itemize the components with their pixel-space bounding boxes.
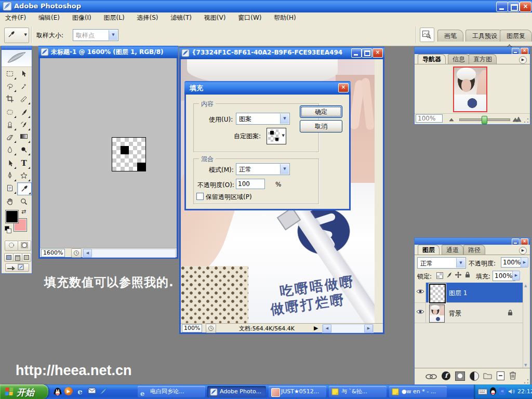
new-group-button[interactable] [483, 372, 492, 379]
edit-in-imageready-button[interactable] [5, 263, 29, 272]
opacity-input[interactable] [236, 179, 265, 189]
scroll-down-icon[interactable]: ▼ [524, 363, 527, 367]
layer-list-scrollbar[interactable]: ▲ ▼ [523, 283, 530, 368]
brush-tool[interactable] [17, 107, 31, 118]
menu-select[interactable]: 选择(S) [132, 12, 164, 23]
doc2-status-menu-button[interactable] [206, 324, 216, 333]
tab-channels[interactable]: 通道 [442, 245, 463, 255]
palette-well-tab-tool-presets[interactable]: 工具预设 [466, 30, 504, 42]
tray-keyboard-icon[interactable] [478, 389, 487, 395]
status-popup-arrow-icon[interactable]: ▶ [314, 325, 318, 331]
swap-colors-icon[interactable]: ⇄ [21, 208, 26, 215]
layer1-name[interactable]: 图层 1 [449, 289, 467, 298]
tab-info[interactable]: 信息 [448, 54, 470, 64]
opacity-spinner-button[interactable]: ▶ [521, 257, 528, 268]
pattern-dropdown-arrow-icon[interactable]: ▼ [282, 134, 285, 138]
healing-brush-tool[interactable] [3, 107, 17, 118]
layers-grip[interactable]: × [415, 238, 530, 245]
menu-file[interactable]: 文件(F) [0, 12, 31, 23]
lasso-tool[interactable] [3, 81, 17, 92]
doc1-zoom-box[interactable]: 1600% [41, 249, 65, 257]
file-browser-button[interactable] [420, 28, 434, 42]
doc2-maximize-button[interactable] [362, 48, 372, 58]
tab-layers[interactable]: 图层 [418, 245, 440, 255]
minimize-button[interactable] [496, 2, 508, 12]
custom-shape-tool[interactable] [17, 170, 31, 182]
layers-menu-button[interactable]: ▶ [519, 247, 527, 255]
quicklaunch-qq-icon[interactable] [53, 387, 62, 396]
zoom-tool[interactable] [17, 196, 31, 208]
tray-clock[interactable]: 22:12 [517, 388, 532, 395]
background-thumbnail[interactable] [429, 304, 445, 323]
taskbar-item-ie-forum[interactable]: e 电白同乡论... [138, 386, 205, 397]
navigator-grip[interactable]: × [415, 47, 530, 54]
link-layers-button[interactable] [425, 374, 437, 380]
quicklaunch-ie-icon[interactable]: e [76, 387, 85, 396]
layer-row-background[interactable]: 背景 [415, 303, 523, 323]
move-tool[interactable] [17, 68, 31, 80]
palette-well-tab-brushes[interactable]: 画笔 [437, 30, 463, 42]
hand-tool[interactable] [3, 196, 17, 208]
app-titlebar[interactable]: Adobe Photoshop × [0, 0, 532, 12]
quicklaunch-mediaplayer-icon[interactable]: ▶ [64, 387, 74, 396]
zoom-in-icon[interactable] [512, 116, 522, 122]
scroll-up-icon[interactable]: ▲ [524, 284, 527, 288]
doc2-hscrollbar[interactable]: ◀ ▶ [322, 324, 374, 333]
taskbar-item-qq-chat1[interactable]: JUST★0512... [269, 386, 326, 397]
combo-arrow-icon[interactable]: ▼ [109, 30, 117, 40]
preserve-transparency-checkbox[interactable] [196, 193, 204, 200]
standard-screen-mode-button[interactable] [4, 253, 14, 262]
doc1-image-canvas[interactable] [112, 137, 146, 171]
quick-mask-mode-button[interactable] [18, 241, 31, 251]
gradient-tool[interactable] [17, 131, 31, 143]
navigator-zoom-box[interactable]: 100% [416, 114, 443, 123]
taskbar-item-qq-chat2[interactable]: 与 ˋ&彸... [329, 386, 387, 397]
navigator-menu-button[interactable]: ▶ [519, 56, 527, 64]
tray-volume-icon[interactable] [508, 388, 515, 395]
combo-arrow-icon[interactable]: ▼ [280, 164, 289, 174]
doc2-minimize-button[interactable] [351, 48, 362, 58]
navigator-zoom-slider[interactable] [459, 118, 510, 121]
navigator-minimize-button[interactable] [512, 48, 520, 55]
palette-well-tab-layer-comps[interactable]: 图层复合 [500, 30, 532, 42]
delete-layer-button[interactable] [509, 371, 516, 380]
start-button[interactable]: 开始 [0, 384, 48, 399]
scroll-left-button[interactable]: ◀ [83, 249, 92, 258]
menu-filter[interactable]: 滤镜(T) [165, 12, 197, 23]
sample-size-select[interactable]: 取样点 ▼ [73, 29, 118, 41]
layer-row-layer1[interactable]: 图层 1 [415, 283, 523, 303]
taskbar-item-photoshop[interactable]: Adobe Photo... [207, 386, 266, 397]
pen-tool[interactable] [3, 170, 17, 182]
lock-transparency-button[interactable] [435, 271, 444, 280]
doc2-titlebar[interactable]: {73324F1C-8F61-40A2-B9F6-FCE93EEA4944}..… [179, 47, 384, 59]
navigator-proxy-view[interactable] [453, 66, 487, 112]
layer1-thumbnail[interactable] [429, 284, 446, 303]
magic-wand-tool[interactable] [17, 81, 31, 92]
eyedropper-tool[interactable] [17, 182, 32, 195]
visibility-cell[interactable] [415, 303, 426, 323]
doc1-titlebar[interactable]: 未标题-1 @ 1600% (图层 1, RGB/8) [38, 46, 178, 58]
tray-messenger-icon[interactable]: « [499, 388, 506, 395]
close-button[interactable]: × [520, 2, 531, 12]
visibility-cell[interactable] [415, 283, 426, 302]
slider-thumb[interactable] [482, 116, 487, 124]
foreground-color-swatch[interactable] [6, 210, 18, 223]
ok-button[interactable]: 确定 [300, 105, 342, 118]
maximize-button[interactable] [508, 2, 520, 12]
add-mask-button[interactable] [455, 371, 465, 381]
layers-minimize-button[interactable] [512, 238, 520, 245]
layers-close-button[interactable]: × [521, 238, 528, 245]
quicklaunch-pen-icon[interactable] [99, 387, 108, 396]
clone-stamp-tool[interactable] [3, 119, 17, 131]
eraser-tool[interactable] [3, 131, 17, 143]
fill-spinner-button[interactable]: ▶ [512, 271, 520, 281]
use-select[interactable]: 图案 ▼ [236, 113, 290, 125]
current-tool-button[interactable]: ▼ [4, 28, 29, 43]
cancel-button[interactable]: 取消 [300, 120, 342, 132]
scroll-left-button[interactable]: ◀ [323, 324, 331, 333]
tab-navigator[interactable]: 导航器 [418, 54, 446, 64]
fill-dialog-close-button[interactable]: × [338, 83, 349, 92]
default-colors-icon[interactable] [5, 226, 11, 232]
zoom-out-icon[interactable] [449, 117, 456, 122]
resize-grip[interactable] [523, 378, 529, 384]
